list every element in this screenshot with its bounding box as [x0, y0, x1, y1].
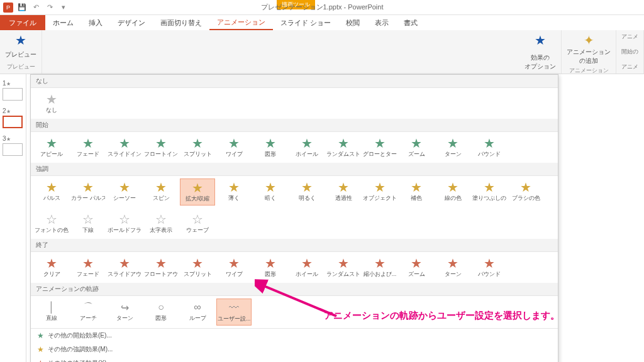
- anim-item[interactable]: ★グローとターン: [362, 134, 397, 160]
- star-icon: ☆: [155, 212, 167, 226]
- tab-format[interactable]: 書式: [396, 15, 425, 30]
- star-icon: ★: [155, 180, 167, 194]
- star-icon: ★: [228, 136, 240, 150]
- anim-item[interactable]: ★ホイール: [289, 255, 325, 280]
- anim-item[interactable]: ★薄く: [216, 178, 252, 206]
- anim-item[interactable]: ★バウンド: [472, 134, 507, 160]
- anim-item[interactable]: ★フロートアウト: [143, 255, 179, 280]
- preview-label[interactable]: プレビュー: [5, 50, 36, 59]
- anim-item[interactable]: ★オブジェクト ...: [362, 178, 397, 206]
- anim-item[interactable]: ★ブラシの色: [508, 178, 543, 206]
- anim-item[interactable]: ★ズーム: [399, 255, 434, 280]
- anim-item[interactable]: ★ランダムスト...: [326, 134, 361, 160]
- tab-insert[interactable]: 挿入: [81, 15, 110, 30]
- anim-item[interactable]: ★ズーム: [399, 134, 434, 160]
- anim-item[interactable]: ★スピン: [143, 178, 179, 206]
- tab-home[interactable]: ホーム: [45, 15, 81, 30]
- anim-item[interactable]: ★ランダムスト...: [326, 255, 361, 280]
- anim-item[interactable]: ★スライドイン: [107, 134, 142, 160]
- anim-item[interactable]: ★線の色: [435, 178, 470, 206]
- extra-2[interactable]: 開始の: [621, 48, 638, 56]
- add-animation-label[interactable]: アニメーション の追加: [567, 48, 611, 65]
- star-icon: ★: [374, 256, 386, 270]
- anim-item[interactable]: ★フェード: [70, 255, 106, 280]
- tab-view[interactable]: 表示: [367, 15, 396, 30]
- ribbon-group-effect-options: ★ 効果の オプション: [519, 30, 562, 74]
- animation-indicator-icon: ★: [6, 109, 11, 114]
- extra-1[interactable]: アニメ: [621, 33, 638, 41]
- slide-thumb-2[interactable]: 2★: [3, 107, 23, 128]
- more-exit-effects[interactable]: ★その他の終了効果(X)...: [31, 356, 558, 362]
- anim-item[interactable]: ★暗く: [253, 178, 288, 206]
- slide-thumb-3[interactable]: 3★: [3, 134, 23, 156]
- anim-item[interactable]: 〰ユーザー設...: [216, 299, 252, 326]
- preview-group-label: プレビュー: [7, 63, 35, 71]
- anim-item[interactable]: ↪ターン: [107, 299, 142, 326]
- anim-item[interactable]: ★塗りつぶしの色: [472, 178, 507, 206]
- tab-design[interactable]: デザイン: [110, 15, 153, 30]
- anim-item[interactable]: ★ワイプ: [216, 255, 252, 280]
- undo-icon[interactable]: ↶: [30, 2, 42, 13]
- anim-item[interactable]: ☆下線: [70, 211, 106, 236]
- anim-item[interactable]: ★スプリット: [180, 134, 215, 160]
- anim-item[interactable]: ★フロートイン: [143, 134, 179, 160]
- effect-options-label[interactable]: 効果の オプション: [525, 53, 556, 71]
- anim-item[interactable]: ★明るく: [289, 178, 325, 206]
- anim-item[interactable]: ★透過性: [326, 178, 361, 206]
- slide-thumb-1[interactable]: 1★: [3, 79, 23, 101]
- anim-item[interactable]: ○図形: [143, 299, 179, 326]
- anim-item[interactable]: ⌒アーチ: [70, 299, 106, 326]
- save-icon[interactable]: 💾: [16, 2, 28, 13]
- quick-access-toolbar: P 💾 ↶ ↷ ▾: [0, 2, 69, 13]
- anim-item[interactable]: ∞ループ: [180, 299, 215, 326]
- star-icon: ★: [46, 136, 57, 150]
- star-icon: ★: [192, 256, 203, 270]
- star-icon: ☆: [46, 212, 57, 226]
- anim-item[interactable]: ★ワイプ: [216, 134, 252, 160]
- anim-item[interactable]: ☆フォントの色: [34, 211, 69, 236]
- preview-icon[interactable]: ★: [15, 33, 26, 48]
- anim-item[interactable]: ★図形: [253, 134, 288, 160]
- effect-options-icon[interactable]: ★: [535, 33, 546, 48]
- redo-icon[interactable]: ↷: [44, 2, 55, 13]
- star-icon: ★: [119, 180, 130, 194]
- anim-item[interactable]: ★パルス: [34, 178, 69, 206]
- animation-indicator-icon: ★: [6, 136, 11, 142]
- anim-none[interactable]: ★なし: [34, 90, 69, 116]
- extra-3[interactable]: アニメ: [621, 63, 638, 71]
- anim-item[interactable]: ★縮小および...: [362, 255, 397, 280]
- anim-item[interactable]: ★スライドアウト: [107, 255, 142, 280]
- anim-item[interactable]: ★フェード: [70, 134, 106, 160]
- tab-slideshow[interactable]: スライド ショー: [273, 15, 338, 30]
- anim-item[interactable]: ★拡大/収縮: [180, 178, 215, 206]
- tab-file[interactable]: ファイル: [0, 15, 45, 30]
- anim-item[interactable]: ★クリア: [34, 255, 69, 280]
- anim-item[interactable]: ★カラー パルス: [70, 178, 106, 206]
- anim-item[interactable]: ★ターン: [435, 134, 470, 160]
- anim-item[interactable]: ★スプリット: [180, 255, 215, 280]
- anim-item[interactable]: ★補色: [399, 178, 434, 206]
- anim-item[interactable]: ★ターン: [435, 255, 470, 280]
- tab-animations[interactable]: アニメーション: [209, 15, 273, 30]
- anim-item[interactable]: ★バウンド: [472, 255, 507, 280]
- anim-item[interactable]: ☆ボールドフラ...: [107, 211, 142, 236]
- anim-item[interactable]: ★図形: [253, 255, 288, 280]
- title-bar: P 💾 ↶ ↷ ▾ 描画ツール プレゼンテーション1.pptx - PowerP…: [0, 0, 644, 15]
- anim-item[interactable]: ☆太字表示: [143, 211, 179, 236]
- tab-review[interactable]: 校閲: [338, 15, 367, 30]
- gallery-footer: ★その他の開始効果(E)... ★その他の強調効果(M)... ★その他の終了効…: [31, 328, 558, 362]
- star-icon: ★: [37, 345, 44, 354]
- tab-transitions[interactable]: 画面切り替え: [153, 15, 209, 30]
- star-icon: ★: [119, 256, 130, 270]
- more-emphasis-effects[interactable]: ★その他の強調効果(M)...: [31, 343, 558, 356]
- anim-item[interactable]: ☆ウェーブ: [180, 211, 215, 236]
- anim-item[interactable]: ★ホイール: [289, 134, 325, 160]
- more-entrance-effects[interactable]: ★その他の開始効果(E)...: [31, 329, 558, 343]
- star-icon: ★: [411, 180, 422, 194]
- start-from-beginning-icon[interactable]: ▾: [58, 2, 69, 13]
- motion-path-icon: ○: [154, 300, 168, 314]
- anim-item[interactable]: ★シーソー: [107, 178, 142, 206]
- anim-item[interactable]: ★アピール: [34, 134, 69, 160]
- anim-item[interactable]: │直線: [34, 299, 69, 326]
- add-animation-icon[interactable]: ✦: [584, 33, 594, 48]
